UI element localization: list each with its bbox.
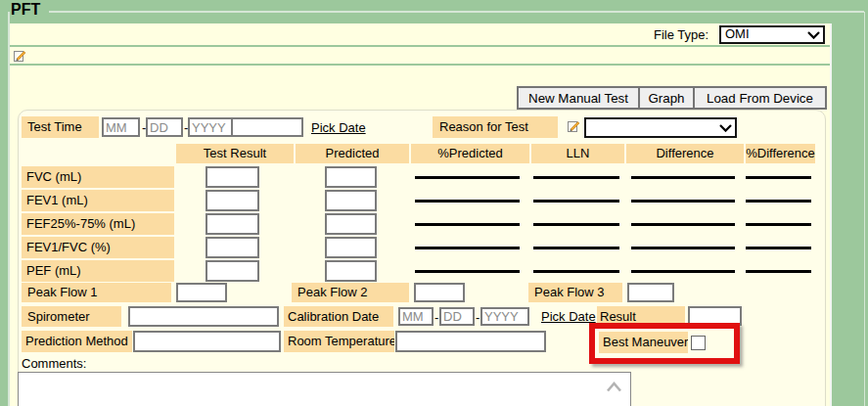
peak-flow-3-label: Peak Flow 3 bbox=[528, 283, 622, 302]
peak-flow-2-label: Peak Flow 2 bbox=[292, 283, 409, 302]
room-temperature-label: Room Temperature bbox=[284, 331, 394, 352]
fev1-fvc-difference-blank bbox=[631, 247, 735, 249]
prediction-method-label: Prediction Method bbox=[22, 331, 132, 352]
peak-flow-1-label: Peak Flow 1 bbox=[22, 283, 171, 302]
pef-difference-blank bbox=[631, 270, 735, 273]
date-separator: - bbox=[476, 308, 480, 328]
header-pct-difference: %Difference bbox=[746, 144, 815, 163]
fev1-pct-difference-blank bbox=[746, 200, 811, 203]
fvc-pct-difference-blank bbox=[746, 176, 811, 179]
fvc-test-result-input[interactable] bbox=[206, 166, 259, 188]
reason-edit-icon[interactable] bbox=[568, 119, 580, 132]
room-temperature-input[interactable] bbox=[395, 331, 546, 352]
fev1-predicted-input[interactable] bbox=[325, 190, 377, 211]
pef-pct-predicted-blank bbox=[415, 270, 520, 273]
pef-test-result-input[interactable] bbox=[206, 260, 259, 282]
graph-button[interactable]: Graph bbox=[638, 86, 695, 110]
header-difference: Difference bbox=[626, 144, 744, 163]
test-time-month-input[interactable] bbox=[102, 117, 140, 137]
edit-band bbox=[10, 47, 830, 64]
comments-label: Comments: bbox=[22, 356, 86, 371]
pft-page: PFT File Type: OMI New Manual Test Graph… bbox=[0, 0, 868, 406]
reason-for-test-select[interactable] bbox=[584, 117, 737, 138]
red-highlight-annotation bbox=[589, 323, 740, 364]
fieldset-top-border bbox=[49, 11, 864, 13]
edit-note-icon[interactable] bbox=[14, 49, 26, 62]
test-time-label: Test Time bbox=[22, 116, 99, 138]
fev1-lln-blank bbox=[533, 200, 619, 203]
scroll-up-icon[interactable] bbox=[606, 382, 622, 392]
pef-pct-difference-blank bbox=[746, 270, 811, 273]
fev1-fvc-pct-predicted-blank bbox=[415, 247, 520, 249]
date-separator: - bbox=[434, 308, 438, 328]
header-test-result: Test Result bbox=[176, 144, 294, 163]
fef-pct-difference-blank bbox=[746, 223, 811, 226]
right-edge-line bbox=[830, 23, 832, 406]
fvc-difference-blank bbox=[631, 176, 735, 179]
calibration-date-label: Calibration Date bbox=[284, 306, 393, 327]
fev1-pct-predicted-blank bbox=[415, 200, 520, 203]
fev1-fvc-lln-blank bbox=[533, 247, 619, 249]
chevron-down-icon bbox=[807, 31, 820, 39]
fvc-pct-predicted-blank bbox=[415, 176, 520, 179]
file-type-label: File Type: bbox=[654, 27, 708, 42]
calibration-day-input[interactable] bbox=[439, 307, 475, 326]
fef-pct-predicted-blank bbox=[415, 223, 520, 226]
page-title: PFT bbox=[11, 1, 40, 19]
fvc-lln-blank bbox=[533, 176, 619, 179]
comments-textarea[interactable] bbox=[18, 372, 631, 406]
test-time-time-input[interactable] bbox=[231, 117, 303, 137]
calibration-pick-date-link[interactable]: Pick Date bbox=[541, 309, 596, 324]
fev1-difference-blank bbox=[631, 200, 735, 203]
reason-for-test-label: Reason for Test bbox=[433, 116, 558, 138]
test-time-day-input[interactable] bbox=[146, 117, 183, 137]
test-time-pick-date-link[interactable]: Pick Date bbox=[311, 120, 366, 135]
new-manual-test-button[interactable]: New Manual Test bbox=[517, 86, 640, 110]
fev1-fvc-pct-difference-blank bbox=[746, 247, 811, 249]
fieldset-right-border bbox=[864, 12, 865, 406]
calibration-year-input[interactable] bbox=[480, 307, 529, 326]
row-label-pef: PEF (mL) bbox=[22, 260, 174, 282]
fef-difference-blank bbox=[631, 223, 735, 226]
prediction-method-input[interactable] bbox=[133, 331, 281, 352]
fev1-test-result-input[interactable] bbox=[206, 190, 259, 211]
load-from-device-button[interactable]: Load From Device bbox=[693, 86, 827, 110]
fef-test-result-input[interactable] bbox=[206, 213, 259, 235]
pef-lln-blank bbox=[533, 270, 619, 273]
peak-flow-3-input[interactable] bbox=[627, 283, 674, 302]
fef-lln-blank bbox=[533, 223, 619, 226]
pef-predicted-input[interactable] bbox=[325, 260, 377, 282]
row-label-fev1-fvc: FEV1/FVC (%) bbox=[22, 237, 174, 258]
spirometer-input[interactable] bbox=[128, 306, 279, 327]
peak-flow-2-input[interactable] bbox=[414, 283, 465, 302]
header-lln: LLN bbox=[531, 144, 624, 163]
header-pct-predicted: %Predicted bbox=[411, 144, 529, 163]
file-type-selected-value: OMI bbox=[725, 26, 750, 41]
row-label-fvc: FVC (mL) bbox=[22, 166, 174, 188]
calibration-month-input[interactable] bbox=[398, 307, 434, 326]
fev1-fvc-predicted-input[interactable] bbox=[325, 237, 377, 258]
fvc-predicted-input[interactable] bbox=[325, 166, 377, 188]
row-label-fev1: FEV1 (mL) bbox=[22, 190, 174, 211]
spirometer-label: Spirometer bbox=[22, 306, 121, 327]
header-predicted: Predicted bbox=[296, 144, 409, 163]
fev1-fvc-test-result-input[interactable] bbox=[206, 237, 259, 258]
test-time-year-input[interactable] bbox=[188, 117, 233, 137]
row-label-fef: FEF25%-75% (mL) bbox=[22, 213, 174, 235]
peak-flow-1-input[interactable] bbox=[176, 283, 227, 302]
fef-predicted-input[interactable] bbox=[325, 213, 377, 235]
chevron-down-icon bbox=[719, 124, 732, 132]
file-type-select[interactable]: OMI bbox=[719, 25, 825, 44]
